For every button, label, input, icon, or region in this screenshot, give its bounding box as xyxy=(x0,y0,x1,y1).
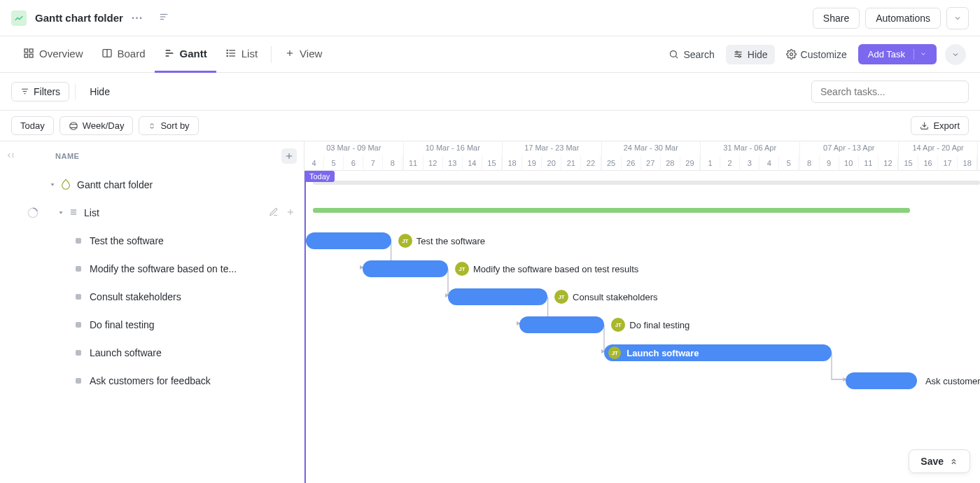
hide-panel-button[interactable]: Hide xyxy=(726,45,775,64)
align-icon[interactable] xyxy=(158,12,169,24)
search-tasks-input[interactable] xyxy=(811,80,969,103)
list-row-actions xyxy=(269,207,295,219)
day-label: 14 xyxy=(463,155,482,171)
chevron-down-icon[interactable] xyxy=(946,7,969,29)
status-dot-icon xyxy=(76,238,81,244)
week-range-label: 03 Mar - 09 Mar xyxy=(304,141,403,155)
svg-point-16 xyxy=(227,52,227,53)
week-day-button[interactable]: Week/Day xyxy=(59,116,134,135)
tabs-row: Overview Board Gantt List View Search Hi… xyxy=(0,36,980,73)
gantt-bar[interactable] xyxy=(363,260,448,277)
week-column: 03 Mar - 09 Mar45678 xyxy=(304,141,404,170)
tab-list[interactable]: List xyxy=(216,36,267,73)
gantt-task-row[interactable]: JTLaunch software xyxy=(604,339,832,367)
gantt-bar[interactable] xyxy=(519,316,605,333)
task-row[interactable]: Modify the software based on te... xyxy=(0,255,304,283)
assignee-avatar: JT xyxy=(398,234,412,248)
summary-bar[interactable] xyxy=(313,208,910,213)
add-column-icon[interactable] xyxy=(281,148,297,164)
folder-title[interactable]: Gantt chart folder xyxy=(35,12,123,24)
svg-point-15 xyxy=(227,50,227,50)
controls-row: Today Week/Day Sort by Export xyxy=(0,111,980,141)
gantt-bar[interactable] xyxy=(306,232,391,249)
caret-down-icon xyxy=(57,207,64,218)
gantt-task-row[interactable]: Ask customers for feedback xyxy=(846,367,980,395)
task-row[interactable]: Launch software xyxy=(0,339,304,367)
ellipsis-icon[interactable]: ··· xyxy=(132,12,143,24)
svg-marker-40 xyxy=(59,211,63,214)
tab-add-view[interactable]: View xyxy=(276,36,331,73)
share-button[interactable]: Share xyxy=(813,8,860,29)
name-column-header: NAME xyxy=(55,152,79,160)
automations-button[interactable]: Automations xyxy=(865,8,941,29)
gantt-bar[interactable] xyxy=(846,372,917,389)
tab-board-label: Board xyxy=(118,48,146,59)
task-row[interactable]: Ask customers for feedback xyxy=(0,367,304,395)
week-column: 24 Mar - 30 Mar2526272829 xyxy=(602,141,701,170)
svg-point-31 xyxy=(69,122,77,130)
save-button[interactable]: Save xyxy=(909,449,970,473)
task-row[interactable]: Test the software xyxy=(0,227,304,255)
day-label: 5 xyxy=(324,155,344,171)
tab-view-label: View xyxy=(300,48,322,59)
today-tag: Today xyxy=(304,171,335,182)
svg-rect-4 xyxy=(29,49,33,52)
search-global[interactable]: Search xyxy=(662,45,721,64)
edit-icon[interactable] xyxy=(269,207,279,219)
task-label: Modify the software based on te... xyxy=(90,263,237,274)
svg-rect-5 xyxy=(29,54,33,57)
today-button[interactable]: Today xyxy=(11,116,54,135)
task-row[interactable]: Do final testing xyxy=(0,311,304,339)
customize-button[interactable]: Customize xyxy=(779,45,854,64)
tab-overview[interactable]: Overview xyxy=(14,36,92,73)
week-column: 10 Mar - 16 Mar1112131415 xyxy=(404,141,503,170)
day-label: 19 xyxy=(522,155,542,171)
collapse-left-icon[interactable] xyxy=(6,150,15,162)
gantt-body[interactable]: Today JTTest the softwareJTModify the so… xyxy=(304,171,980,483)
gantt-bar-label: Ask customers for feedback xyxy=(925,376,980,386)
assignee-avatar: JT xyxy=(455,262,469,276)
gantt-task-row[interactable]: JTConsult stakeholders xyxy=(448,283,658,311)
add-task-button[interactable]: Add Task xyxy=(858,44,937,64)
filters-button[interactable]: Filters xyxy=(11,82,69,102)
filter-divider xyxy=(75,84,76,99)
day-label: 28 xyxy=(661,155,680,171)
gantt-bar[interactable]: JTLaunch software xyxy=(604,344,832,361)
caret-down-icon xyxy=(49,179,56,190)
day-label: 5 xyxy=(779,155,799,171)
day-label: 27 xyxy=(641,155,661,171)
day-label: 25 xyxy=(602,155,622,171)
tab-divider xyxy=(271,46,272,63)
milestone-bar xyxy=(313,181,980,185)
day-label: 4 xyxy=(760,155,779,171)
gantt-bar-label: Test the software xyxy=(416,236,485,246)
day-label: 20 xyxy=(542,155,561,171)
export-button[interactable]: Export xyxy=(911,116,969,135)
gantt-header: 03 Mar - 09 Mar4567810 Mar - 16 Mar11121… xyxy=(304,141,980,171)
day-label: 8 xyxy=(800,155,820,171)
save-label: Save xyxy=(920,456,944,467)
plus-icon[interactable] xyxy=(286,207,295,219)
tree-list[interactable]: List xyxy=(0,199,304,227)
task-label: Launch software xyxy=(90,347,162,358)
gantt-task-row[interactable]: JTModify the software based on test resu… xyxy=(363,255,638,283)
gantt-bar[interactable] xyxy=(448,288,547,305)
sort-by-button[interactable]: Sort by xyxy=(139,116,198,135)
sidebar: NAME Gantt chart folder xyxy=(0,141,304,483)
gantt-bar-label: Launch software xyxy=(626,348,699,358)
tab-board[interactable]: Board xyxy=(92,36,155,73)
day-label: 17 xyxy=(938,155,958,171)
tab-gantt[interactable]: Gantt xyxy=(155,36,216,73)
hide-filter-button[interactable]: Hide xyxy=(81,83,118,101)
chevron-down-icon[interactable] xyxy=(945,44,966,65)
day-label: 12 xyxy=(878,155,898,171)
export-label: Export xyxy=(933,120,960,131)
gantt-task-row[interactable]: JTDo final testing xyxy=(519,311,690,339)
add-task-label: Add Task xyxy=(868,49,905,59)
tree-folder[interactable]: Gantt chart folder xyxy=(0,171,304,199)
day-label: 16 xyxy=(918,155,938,171)
task-row[interactable]: Consult stakeholders xyxy=(0,283,304,311)
gantt-task-row[interactable]: JTTest the software xyxy=(306,227,485,255)
filters-label: Filters xyxy=(34,86,60,97)
week-range-label: 24 Mar - 30 Mar xyxy=(602,141,701,155)
